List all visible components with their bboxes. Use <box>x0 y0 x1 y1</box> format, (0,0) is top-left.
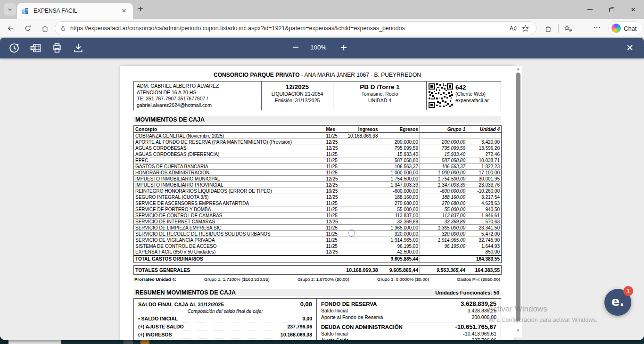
cell-empty <box>420 255 467 263</box>
saldo-rows: • SALDO INICIAL0,00(+) AJUSTE SALDO237.7… <box>138 314 312 338</box>
expensafacil-link[interactable]: expensafacil.ar <box>455 98 489 104</box>
toolbar-divider <box>558 24 559 33</box>
table-row: SERVICIO DE CONTROL DE CAMARAS11/25113.8… <box>134 213 502 219</box>
zoom-in-button[interactable]: + <box>340 41 347 54</box>
cell-ingresos <box>343 225 380 231</box>
cell-ingresos <box>343 200 380 206</box>
cell-ingresos <box>343 182 380 188</box>
cell-concepto: SERVICE DE ASCENSORES EMPRESA ANTARTIDA <box>134 200 325 206</box>
fondo-row-value: -10.413.969,61 <box>463 330 496 337</box>
col-grupo1: Grupo 1 <box>420 126 467 133</box>
restore-button[interactable] <box>601 0 622 19</box>
cell-egresos: 587.058,80 <box>380 157 420 164</box>
table-row: EPEC11/25587.058,80587.058,8010.038,71 <box>134 157 502 164</box>
address-bar[interactable]: https://expensafacil.ar/consorcio/cs/adm… <box>55 21 537 35</box>
cell-ingresos <box>343 164 380 170</box>
star-icon <box>521 25 529 33</box>
minimize-button[interactable] <box>579 0 601 19</box>
settings-more-button[interactable]: ⋯ <box>593 23 601 32</box>
saldo-row-label: (+) AJUSTE SALDO <box>138 324 184 329</box>
browser-tab[interactable]: EXPENSA FACIL ✕ <box>17 3 133 19</box>
cell-unidad4: 4.628,63 <box>467 200 502 206</box>
ink-annotation-circle <box>348 229 355 237</box>
saldo-final-label: SALDO FINAL CAJA AL 31/12/2025 <box>138 302 224 307</box>
copilot-icon <box>611 24 621 33</box>
cell-mes: 11/25 <box>325 157 343 164</box>
table-row: GASTOS DE CUENTA BANCARIA11/25106.563,37… <box>134 164 502 170</box>
document-scrollbar[interactable]: ▲ ▼ <box>514 66 522 337</box>
url-text: https://expensafacil.ar/consorcio/cs/adm… <box>70 25 507 32</box>
table-row: SERVICE DE PORTERO Y BOMBA11/2555.000,00… <box>134 206 502 213</box>
fondo-row: Saldo Inicial3.428.839,25 <box>321 307 496 314</box>
report-viewer: − 100% + ✕ CONSORCIO PARQUE PRIVATO - AN… <box>0 38 644 340</box>
scrollbar-up-arrow[interactable]: ▲ <box>514 67 522 71</box>
copilot-chat-button[interactable]: Chat <box>608 21 643 35</box>
back-button[interactable] <box>5 23 17 34</box>
download-button[interactable] <box>72 42 85 54</box>
table-row: SEGURO INTEGRAL (CUOTA 3/5)12/25188.160,… <box>134 194 502 200</box>
prorrateo-item: Grupo 3: 0.0000% ($0,00) <box>377 277 429 282</box>
zoom-out-button[interactable]: − <box>292 41 299 54</box>
history-button[interactable] <box>8 42 21 54</box>
admin-line: gabriel.alvarez2024@hotmail.com <box>137 102 258 109</box>
fondo-row-value: 237.796,06 <box>471 337 496 340</box>
cell-ingresos <box>343 219 380 225</box>
cell-unidad4: 570,63 <box>467 219 502 225</box>
cell-egresos: 1.754.500,00 <box>380 176 420 182</box>
cell-egresos: 320.000,00 <box>380 231 420 237</box>
viewer-close-button[interactable]: ✕ <box>626 42 634 53</box>
favorites-button[interactable] <box>562 23 574 34</box>
cell-unidad4: 23.033,76 <box>467 182 502 188</box>
consorcio-name: CONSORCIO PARQUE PRIVATO <box>214 72 299 78</box>
cell-egresos: 55.000,00 <box>380 206 420 213</box>
scrollbar-thumb[interactable] <box>516 73 520 321</box>
refresh-button[interactable] <box>22 23 34 34</box>
tab-close-icon[interactable]: ✕ <box>120 7 128 15</box>
print-button[interactable] <box>50 42 64 54</box>
cell-concepto: AGUAS CORDOBESAS (DIFERENCIA) <box>134 151 325 157</box>
fondo-row-label: FONDO DE RESERVA <box>321 301 377 307</box>
new-tab-button[interactable]: + <box>138 4 143 15</box>
fondo-row-label: Aporte al Fondo de Reserva <box>321 314 383 320</box>
favorite-star-button[interactable] <box>519 23 531 34</box>
saldo-final-column: SALDO FINAL CAJA AL 31/12/2025 0,00 Comp… <box>134 299 317 340</box>
composicion-note: Composición del saldo final de caja: <box>138 309 312 314</box>
totales-grupo1: 9.563.365,44 <box>420 266 467 275</box>
read-aloud-button[interactable] <box>507 23 519 34</box>
saldo-row-label: • SALDO INICIAL <box>138 316 178 321</box>
cell-egresos: 33.369,89 <box>380 219 420 225</box>
table-row: REINTEGRO HONORARIOS LIQUIDADOS (ERROR D… <box>134 188 502 194</box>
cell-grupo1 <box>420 133 467 139</box>
refresh-icon <box>24 25 32 32</box>
home-button[interactable] <box>39 23 51 34</box>
export-excel-button[interactable] <box>29 42 42 54</box>
cell-unidad4: 13.596,20 <box>467 145 502 151</box>
cell-unidad4: 1.946,61 <box>467 213 502 219</box>
total-row: TOTAL GASTOS ORDINARIOS 9.605.865,44 164… <box>134 255 502 263</box>
expensafacil-chat-bubble[interactable]: e. 1 <box>604 289 631 316</box>
cell-egresos: 15.933,40 <box>380 151 420 157</box>
tab-search-button[interactable] <box>4 3 16 16</box>
cell-grupo1: 320.000,00 <box>420 231 467 237</box>
cell-ingresos <box>343 157 380 164</box>
fondo-row-label: Ajuste Saldo <box>321 337 349 340</box>
fondo-row-value: 200.000,00 <box>471 314 496 320</box>
cell-concepto: IMPUESTO INMOBILIARIO MUNICIPAL <box>134 176 325 182</box>
table-row: AGUAS CORDOBESAS (DIFERENCIA)11/2515.933… <box>134 151 502 157</box>
table-row: COBRANZA GENERAL (Noviembre 2025)11/2510… <box>134 133 502 139</box>
close-window-button[interactable]: ✕ <box>622 0 644 19</box>
cell-grupo1: 1.365.000,00 <box>420 225 467 231</box>
saldo-row-value: 0,00 <box>303 316 312 321</box>
saldo-row-label: (+) INGRESOS <box>138 332 172 337</box>
cell-mes: 12/25 <box>325 176 343 182</box>
extensions-button[interactable] <box>542 23 554 34</box>
fondo-row: Saldo Inicial-10.413.969,61 <box>321 330 496 337</box>
cell-unidad4: 30.001,95 <box>467 176 502 182</box>
scrollbar-down-arrow[interactable]: ▼ <box>514 328 522 333</box>
cell-unidad4: 5.472,00 <box>467 231 502 237</box>
cell-ingresos: 10.168.069,38 <box>343 133 380 139</box>
table-row: HONORARIOS ADMINISTRACION11/251.000.000,… <box>134 170 502 176</box>
emision: Emisión: 31/12/2025 <box>262 97 333 104</box>
cell-egresos: 1.347.003,39 <box>380 182 420 188</box>
unidades-funcionales: Unidades Funcionales: 50 <box>435 290 499 295</box>
